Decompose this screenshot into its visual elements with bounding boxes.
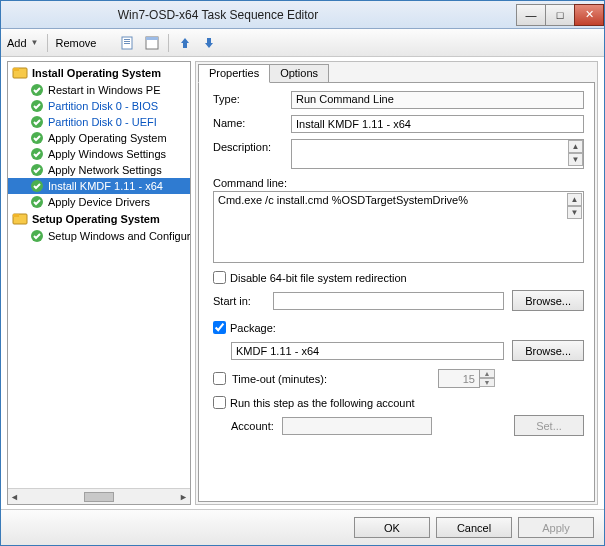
check-icon (30, 147, 44, 161)
cmd-spin-icons: ▲▼ (567, 193, 582, 219)
cancel-button[interactable]: Cancel (436, 517, 512, 538)
scroll-right-icon[interactable]: ► (179, 492, 188, 502)
description-input[interactable] (291, 139, 584, 169)
tree-group-install[interactable]: Install Operating System (8, 64, 190, 82)
maximize-button[interactable]: □ (545, 4, 575, 26)
check-icon (30, 229, 44, 243)
package-checkbox[interactable] (213, 321, 226, 334)
timeout-checkbox[interactable] (213, 372, 226, 385)
window-title: Win7-OSD-x64 Task Sequence Editor (0, 8, 517, 22)
tree-group-label: Setup Operating System (32, 213, 160, 225)
toolbar-separator (47, 34, 48, 52)
svg-rect-5 (146, 37, 158, 40)
tree-item-label: Apply Device Drivers (48, 196, 150, 208)
tree-item-restart-pe[interactable]: Restart in Windows PE (8, 82, 190, 98)
startin-input[interactable] (273, 292, 504, 310)
move-down-icon[interactable] (201, 35, 217, 51)
tab-options[interactable]: Options (269, 64, 329, 83)
chevron-down-icon[interactable]: ▼ (480, 378, 495, 387)
desc-spin-icons: ▲▼ (568, 140, 583, 166)
task-tree[interactable]: Install Operating System Restart in Wind… (8, 62, 190, 488)
dialog-footer: OK Cancel Apply (1, 509, 604, 545)
command-line-input[interactable]: Cmd.exe /c install.cmd %OSDTargetSystemD… (213, 191, 584, 263)
tree-horizontal-scrollbar[interactable]: ◄ ► (8, 488, 190, 504)
command-line-text: Cmd.exe /c install.cmd %OSDTargetSystemD… (218, 194, 468, 206)
name-input[interactable] (291, 115, 584, 133)
svg-rect-2 (124, 41, 130, 42)
svg-rect-7 (13, 68, 19, 71)
tree-item-partition-uefi[interactable]: Partition Disk 0 - UEFI (8, 114, 190, 130)
tree-item-setup-windows[interactable]: Setup Windows and Configuration (8, 228, 190, 244)
apply-button: Apply (518, 517, 594, 538)
check-icon (30, 99, 44, 113)
check-icon (30, 195, 44, 209)
runas-label: Run this step as the following account (230, 397, 415, 409)
group-icon (12, 211, 28, 227)
add-menu[interactable]: Add ▼ (7, 37, 39, 49)
tree-item-label: Restart in Windows PE (48, 84, 160, 96)
tree-item-install-kmdf[interactable]: Install KMDF 1.11 - x64 (8, 178, 190, 194)
scroll-thumb[interactable] (84, 492, 114, 502)
minimize-button[interactable]: — (516, 4, 546, 26)
svg-rect-17 (13, 214, 19, 217)
check-icon (30, 179, 44, 193)
type-label: Type: (213, 91, 291, 105)
description-label: Description: (213, 139, 291, 153)
name-label: Name: (213, 115, 291, 129)
check-icon (30, 115, 44, 129)
tree-item-apply-net-settings[interactable]: Apply Network Settings (8, 162, 190, 178)
package-browse-button[interactable]: Browse... (512, 340, 584, 361)
tab-properties[interactable]: Properties (198, 64, 270, 83)
new-step-icon[interactable] (120, 35, 136, 51)
tab-strip: Properties Options (196, 62, 597, 83)
move-up-icon[interactable] (177, 35, 193, 51)
tree-group-label: Install Operating System (32, 67, 161, 79)
toolbar-separator-2 (168, 34, 169, 52)
properties-panel: Properties Options Type: Run Command Lin… (195, 61, 598, 505)
timeout-stepper[interactable]: ▲▼ (438, 369, 495, 388)
window-buttons: — □ ✕ (517, 4, 604, 26)
tree-item-apply-os[interactable]: Apply Operating System (8, 130, 190, 146)
remove-button[interactable]: Remove (56, 37, 97, 49)
tree-item-label: Apply Operating System (48, 132, 167, 144)
command-line-label: Command line: (213, 177, 584, 189)
remove-label: Remove (56, 37, 97, 49)
package-input[interactable] (231, 342, 504, 360)
toolbar: Add ▼ Remove (1, 29, 604, 57)
chevron-down-icon: ▼ (31, 38, 39, 47)
account-input (282, 417, 432, 435)
account-label: Account: (231, 420, 274, 432)
tree-item-apply-drivers[interactable]: Apply Device Drivers (8, 194, 190, 210)
properties-icon[interactable] (144, 35, 160, 51)
titlebar: Win7-OSD-x64 Task Sequence Editor — □ ✕ (1, 1, 604, 29)
chevron-up-icon[interactable]: ▲ (480, 369, 495, 378)
group-icon (12, 65, 28, 81)
tree-item-label: Partition Disk 0 - UEFI (48, 116, 157, 128)
tree-item-partition-bios[interactable]: Partition Disk 0 - BIOS (8, 98, 190, 114)
ok-button[interactable]: OK (354, 517, 430, 538)
properties-tab-body: Type: Run Command Line Name: Description… (198, 82, 595, 502)
set-account-button: Set... (514, 415, 584, 436)
tree-item-label: Setup Windows and Configuration (48, 230, 190, 242)
type-value: Run Command Line (291, 91, 584, 109)
svg-rect-3 (124, 43, 130, 44)
runas-checkbox[interactable] (213, 396, 226, 409)
check-icon (30, 163, 44, 177)
tree-item-label: Install KMDF 1.11 - x64 (48, 180, 163, 192)
tree-item-label: Apply Windows Settings (48, 148, 166, 160)
check-icon (30, 131, 44, 145)
timeout-input[interactable] (438, 369, 480, 388)
startin-browse-button[interactable]: Browse... (512, 290, 584, 311)
disable-64bit-checkbox[interactable] (213, 271, 226, 284)
package-label: Package: (230, 322, 276, 334)
add-label: Add (7, 37, 27, 49)
timeout-label: Time-out (minutes): (232, 373, 432, 385)
startin-label: Start in: (213, 295, 265, 307)
tree-item-apply-win-settings[interactable]: Apply Windows Settings (8, 146, 190, 162)
svg-rect-1 (124, 39, 130, 40)
main-split: Install Operating System Restart in Wind… (1, 57, 604, 509)
check-icon (30, 83, 44, 97)
close-button[interactable]: ✕ (574, 4, 604, 26)
tree-group-setup[interactable]: Setup Operating System (8, 210, 190, 228)
scroll-left-icon[interactable]: ◄ (10, 492, 19, 502)
